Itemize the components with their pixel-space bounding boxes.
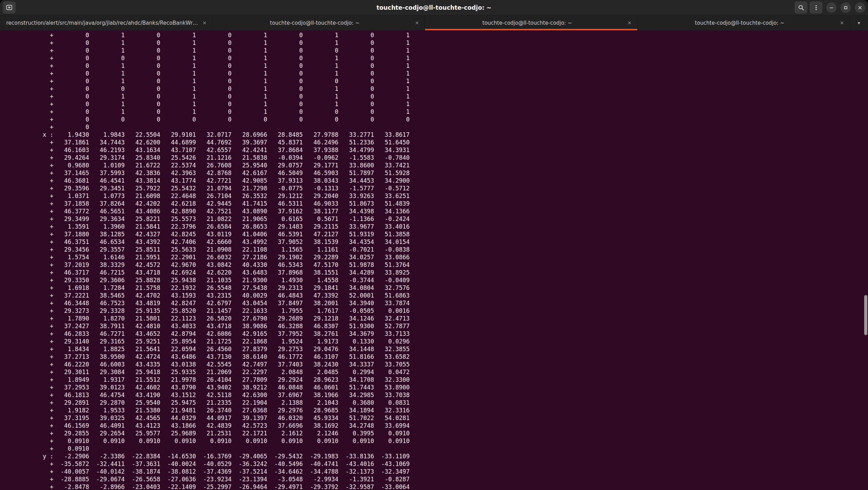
tab-close-icon[interactable]: ✕ xyxy=(203,21,207,25)
new-tab-button[interactable] xyxy=(3,1,16,14)
tab-3[interactable]: touchte-codjo@ll-touchte-codjo: ~✕ xyxy=(425,15,638,30)
menu-button[interactable] xyxy=(810,1,822,14)
terminal-window: touchte-codjo@ll-touchte-codjo: ~ xyxy=(0,0,868,490)
tab-overflow-button[interactable]: ▼ xyxy=(850,15,868,30)
tab-close-icon[interactable]: ✕ xyxy=(840,21,844,25)
header-controls xyxy=(792,0,865,15)
tab-close-icon[interactable]: ✕ xyxy=(628,21,632,25)
close-icon xyxy=(858,5,862,10)
minimize-button[interactable] xyxy=(826,2,837,13)
close-button[interactable] xyxy=(855,2,865,13)
header-bar: touchte-codjo@ll-touchte-codjo: ~ xyxy=(0,0,868,15)
tab-strip: reconstruction/alert/src/main/java/org/j… xyxy=(0,15,850,30)
terminal-viewport[interactable]: + 0 1 0 1 0 1 0 1 0 1 + 0 1 0 1 0 1 0 1 xyxy=(0,30,868,490)
tab-close-icon[interactable]: ✕ xyxy=(415,21,419,25)
new-tab-icon xyxy=(6,4,13,11)
tab-4[interactable]: touchte-codjo@ll-touchte-codjo: ~✕ xyxy=(638,15,850,30)
search-button[interactable] xyxy=(795,1,807,14)
window-title: touchte-codjo@ll-touchte-codjo: ~ xyxy=(0,4,868,11)
maximize-button[interactable] xyxy=(841,2,851,13)
terminal-output: + 0 1 0 1 0 1 0 1 0 1 + 0 1 0 1 0 1 0 1 xyxy=(0,30,868,490)
search-icon xyxy=(798,5,804,11)
tab-label: touchte-codjo@ll-touchte-codjo: ~ xyxy=(695,20,784,26)
tab-1[interactable]: reconstruction/alert/src/main/java/org/j… xyxy=(0,15,213,30)
tab-label: touchte-codjo@ll-touchte-codjo: ~ xyxy=(270,20,360,26)
tab-2[interactable]: touchte-codjo@ll-touchte-codjo: ~✕ xyxy=(213,15,425,30)
maximize-icon xyxy=(843,5,848,10)
minimize-icon xyxy=(829,5,834,10)
kebab-menu-icon xyxy=(813,5,819,11)
tab-bar: reconstruction/alert/src/main/java/org/j… xyxy=(0,15,868,30)
tab-label: touchte-codjo@ll-touchte-codjo: ~ xyxy=(482,20,572,26)
tab-label: reconstruction/alert/src/main/java/org/j… xyxy=(6,20,198,26)
scrollbar-thumb[interactable] xyxy=(864,295,867,335)
